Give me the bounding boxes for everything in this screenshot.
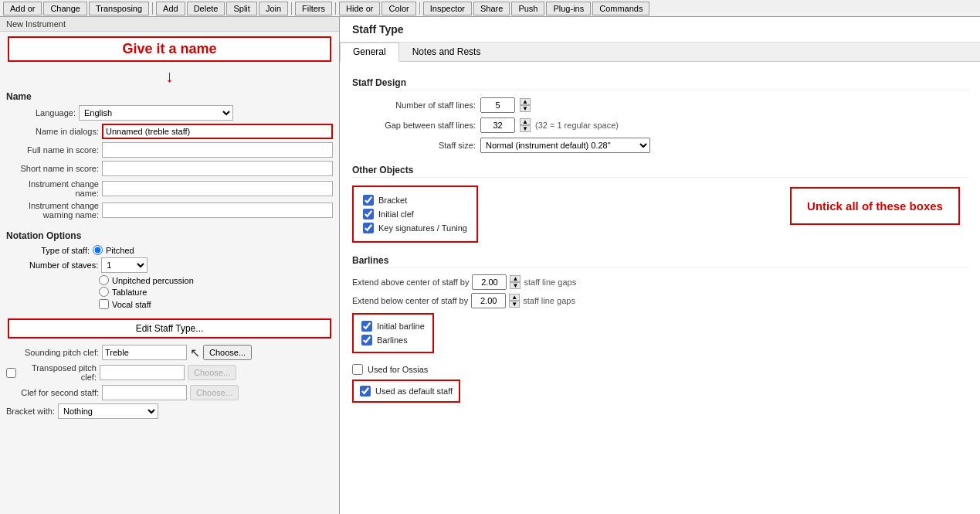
- toolbar-commands[interactable]: Commands: [592, 2, 649, 15]
- name-in-dialogs-input[interactable]: [102, 124, 333, 139]
- give-name-box: Give it a name: [8, 36, 331, 62]
- key-sig-checkbox[interactable]: [363, 223, 374, 233]
- annotation-text: Untick all of these boxes: [807, 199, 943, 213]
- ossias-row: Used for Ossias: [352, 363, 968, 376]
- toolbar-change[interactable]: Change: [43, 2, 87, 15]
- initial-barline-checkbox[interactable]: [361, 321, 372, 332]
- sounding-pitch-choose-button[interactable]: Choose...: [203, 345, 252, 360]
- extend-below-label: Extend below center of staff by: [352, 296, 468, 305]
- clef-second-choose-button[interactable]: Choose...: [190, 385, 239, 400]
- transposed-pitch-choose-button[interactable]: Choose...: [188, 365, 236, 380]
- other-objects-heading: Other Objects: [352, 165, 968, 178]
- barlines-checkbox-label: Barlines: [377, 335, 408, 345]
- language-label: Language:: [6, 108, 76, 117]
- unpitched-radio[interactable]: [99, 275, 109, 285]
- extend-below-down[interactable]: ▼: [509, 301, 520, 308]
- extend-above-up[interactable]: ▲: [510, 275, 521, 282]
- toolbar-plugins[interactable]: Plug-ins: [546, 2, 591, 15]
- extend-above-spinner: ▲ ▼: [510, 275, 521, 289]
- transposed-pitch-input[interactable]: [100, 365, 185, 380]
- num-staff-lines-up[interactable]: ▲: [520, 98, 531, 105]
- default-staff-item: Used as default staff: [360, 384, 453, 398]
- toolbar-delete[interactable]: Delete: [187, 2, 226, 15]
- instr-change-input[interactable]: [102, 181, 333, 196]
- ossias-item: Used for Ossias: [352, 363, 968, 376]
- gap-staff-lines-down[interactable]: ▼: [520, 125, 531, 132]
- transposed-pitch-checkbox[interactable]: [6, 368, 16, 378]
- pitched-label: Pitched: [106, 246, 134, 255]
- instr-change-label: Instrument change name:: [6, 179, 99, 198]
- instr-change-warn-input[interactable]: [102, 203, 333, 218]
- gap-note: (32 = 1 regular space): [535, 121, 619, 130]
- sounding-pitch-row: Sounding pitch clef: ↖ Choose...: [0, 343, 339, 362]
- staff-type-content: Staff Design Number of staff lines: ▲ ▼ …: [340, 62, 980, 415]
- staff-design-heading: Staff Design: [352, 77, 968, 90]
- extend-below-input[interactable]: [471, 293, 506, 308]
- num-staff-lines-spinner: ▲ ▼: [520, 98, 531, 112]
- toolbar-add-or[interactable]: Add or: [3, 2, 42, 15]
- toolbar-hide-or[interactable]: Hide or: [339, 2, 380, 15]
- name-in-dialogs-row: Name in dialogs:: [0, 122, 339, 141]
- name-in-dialogs-label: Name in dialogs:: [6, 127, 99, 136]
- extend-below-spinner: ▲ ▼: [509, 294, 520, 308]
- toolbar-filters[interactable]: Filters: [295, 2, 332, 15]
- gap-staff-lines-input[interactable]: [480, 117, 515, 133]
- staff-type-title: Staff Type: [340, 17, 980, 43]
- num-staff-lines-input[interactable]: [480, 97, 515, 113]
- initial-clef-checkbox[interactable]: [363, 209, 374, 220]
- right-panel: Staff Type General Notes and Rests Staff…: [340, 17, 980, 514]
- toolbar-inspector[interactable]: Inspector: [423, 2, 472, 15]
- barlines-heading: Barlines: [352, 255, 968, 268]
- toolbar-push[interactable]: Push: [511, 2, 544, 15]
- edit-staff-type-button[interactable]: Edit Staff Type...: [8, 318, 331, 339]
- extend-above-unit: staff line gaps: [524, 277, 576, 287]
- toolbar-add[interactable]: Add: [156, 2, 185, 15]
- sounding-pitch-input[interactable]: [102, 345, 187, 360]
- name-section: Name Language: English Name in dialogs: …: [0, 87, 339, 224]
- num-staff-lines-down[interactable]: ▼: [520, 105, 531, 112]
- vocal-staff-row: Vocal staff: [6, 298, 333, 311]
- extend-above-input[interactable]: [472, 274, 507, 290]
- clef-second-input[interactable]: [102, 385, 187, 400]
- tab-notes-rests[interactable]: Notes and Rests: [399, 43, 494, 61]
- tab-general[interactable]: General: [340, 43, 399, 62]
- ossias-checkbox[interactable]: [352, 364, 363, 375]
- bracket-select[interactable]: Nothing: [58, 403, 158, 419]
- gap-staff-lines-spinner: ▲ ▼: [520, 118, 531, 132]
- extend-below-row: Extend below center of staff by ▲ ▼ staf…: [352, 291, 968, 310]
- separator-2: [291, 2, 292, 15]
- unpitched-label: Unpitched percussion: [112, 276, 194, 285]
- initial-barline-label: Initial barline: [377, 322, 425, 331]
- toolbar-share[interactable]: Share: [473, 2, 510, 15]
- barlines-checkbox[interactable]: [361, 335, 372, 346]
- gap-staff-lines-label: Gap between staff lines:: [352, 121, 476, 130]
- num-staves-label: Number of staves:: [29, 260, 98, 270]
- full-name-input[interactable]: [102, 142, 333, 158]
- staff-size-select[interactable]: Normal (instrument default) 0.28": [480, 138, 650, 153]
- cursor-icon: ↖: [190, 346, 200, 360]
- short-name-input[interactable]: [102, 161, 333, 176]
- language-select[interactable]: English: [79, 105, 233, 121]
- extend-above-down[interactable]: ▼: [510, 282, 521, 289]
- num-staves-select[interactable]: 1: [101, 257, 148, 273]
- toolbar-join[interactable]: Join: [259, 2, 288, 15]
- toolbar-color[interactable]: Color: [381, 2, 415, 15]
- extend-below-up[interactable]: ▲: [509, 294, 520, 301]
- separator-4: [419, 2, 420, 15]
- bracket-checkbox[interactable]: [363, 195, 374, 206]
- sounding-pitch-label: Sounding pitch clef:: [6, 348, 99, 357]
- vocal-staff-checkbox[interactable]: [99, 299, 109, 309]
- tablature-radio[interactable]: [99, 287, 109, 297]
- extend-above-row: Extend above center of staff by ▲ ▼ staf…: [352, 273, 968, 291]
- pitched-radio[interactable]: [93, 245, 103, 255]
- bracket-label: Bracket with:: [6, 407, 55, 416]
- num-staves-row: Number of staves: 1: [6, 256, 333, 274]
- clef-second-row: Clef for second staff: Choose...: [0, 383, 339, 402]
- tablature-row: Tablature: [6, 286, 333, 298]
- toolbar-transposing[interactable]: Transposing: [89, 2, 149, 15]
- gap-staff-lines-up[interactable]: ▲: [520, 118, 531, 125]
- default-staff-checkbox[interactable]: [360, 386, 371, 397]
- toolbar-split[interactable]: Split: [226, 2, 256, 15]
- key-sig-checkbox-item: Key signatures / Tuning: [363, 221, 467, 235]
- other-objects-checkboxes: Bracket Initial clef Key signatures / Tu…: [352, 186, 478, 243]
